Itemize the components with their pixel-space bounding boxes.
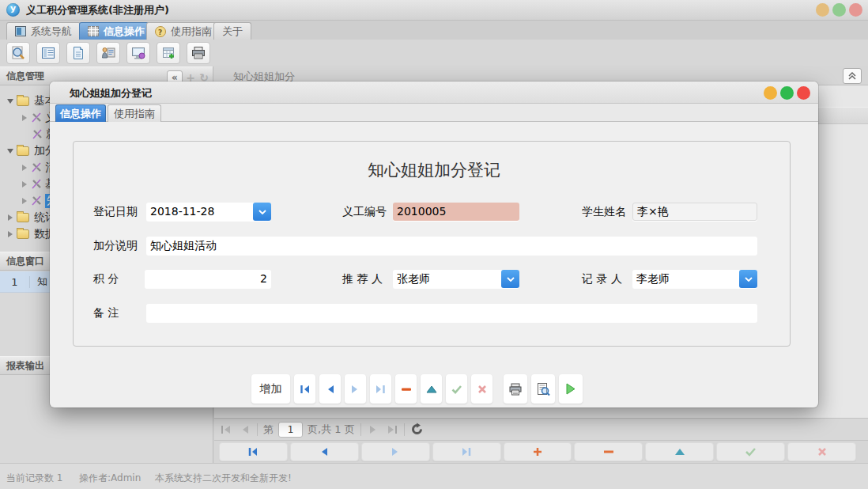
printer-icon bbox=[191, 45, 206, 61]
collapse-all-button[interactable] bbox=[843, 68, 862, 84]
close-button[interactable] bbox=[849, 3, 862, 17]
user-tool-button[interactable] bbox=[96, 42, 120, 64]
execute-button[interactable] bbox=[559, 374, 583, 404]
description-label: 加分说明 bbox=[93, 237, 138, 255]
record-count: 当前记录数 1 bbox=[6, 472, 62, 485]
first-record-icon bbox=[300, 385, 310, 394]
cancel-icon bbox=[477, 385, 487, 394]
tab-about[interactable]: 关于 bbox=[213, 22, 251, 40]
minimize-button[interactable] bbox=[816, 3, 829, 17]
nav-cancel-button[interactable] bbox=[787, 442, 856, 461]
remark-label: 备 注 bbox=[93, 304, 119, 322]
reg-date-input[interactable]: 2018-11-28 bbox=[146, 203, 271, 221]
cancel-record-button[interactable] bbox=[471, 374, 492, 404]
help-icon: ? bbox=[155, 26, 166, 37]
confirm-icon bbox=[451, 385, 462, 394]
document-icon bbox=[70, 45, 86, 61]
dialog-tab-info-operation[interactable]: 信息操作 bbox=[55, 104, 106, 122]
tab-info-operation[interactable]: 信息操作 bbox=[79, 22, 153, 40]
pager-bar: 第 1 页,共 1 页 bbox=[214, 418, 868, 441]
reg-date-label: 登记日期 bbox=[93, 203, 138, 221]
tab-user-guide[interactable]: ? 使用指南 bbox=[146, 22, 221, 40]
student-name-field: 李×艳 bbox=[632, 203, 757, 221]
grid-icon bbox=[88, 26, 99, 36]
edit-record-icon bbox=[426, 385, 437, 393]
edit-record-button[interactable] bbox=[421, 374, 442, 404]
monitor-tool-button[interactable] bbox=[126, 42, 150, 64]
recommender-dropdown-button[interactable] bbox=[501, 270, 519, 288]
print-button[interactable] bbox=[504, 374, 527, 404]
next-record-button[interactable] bbox=[345, 374, 366, 404]
next-record-icon bbox=[391, 447, 400, 457]
main-tab-bar: 系统导航 信息操作 ? 使用指南 关于 bbox=[0, 21, 868, 40]
nav-delete-button[interactable] bbox=[574, 442, 643, 461]
first-record-button[interactable] bbox=[294, 374, 315, 404]
nav-post-button[interactable] bbox=[716, 442, 785, 461]
dialog-title-bar: 知心姐姐加分登记 bbox=[50, 82, 818, 104]
printer-icon bbox=[508, 382, 523, 396]
dialog-toolbar: 增加 bbox=[251, 374, 583, 404]
title-bar: 义工积分管理系统(非注册用户) bbox=[0, 0, 868, 21]
list-tool-button[interactable] bbox=[36, 42, 60, 64]
tab-system-nav[interactable]: 系统导航 bbox=[6, 22, 81, 40]
list-icon bbox=[40, 45, 56, 61]
dialog-minimize-button[interactable] bbox=[764, 86, 777, 100]
printer-tool-button[interactable] bbox=[187, 42, 210, 64]
status-message: 本系统支持二次开发和全新开发! bbox=[155, 472, 292, 485]
dialog-close-button[interactable] bbox=[797, 86, 810, 100]
table-add-icon bbox=[160, 45, 176, 61]
next-page-icon[interactable] bbox=[367, 425, 379, 434]
edit-record-icon bbox=[674, 448, 685, 456]
preview-icon bbox=[536, 382, 550, 396]
page-number-input[interactable]: 1 bbox=[278, 422, 303, 438]
next-record-icon bbox=[351, 385, 360, 394]
last-page-icon[interactable] bbox=[386, 425, 398, 434]
last-record-icon bbox=[376, 385, 386, 394]
add-record-icon bbox=[532, 446, 543, 457]
nav-edit-button[interactable] bbox=[645, 442, 714, 461]
page-prefix: 第 bbox=[263, 423, 274, 437]
dialog-tab-bar: 信息操作 使用指南 bbox=[50, 104, 818, 122]
last-record-button[interactable] bbox=[370, 374, 391, 404]
dialog-title: 知心姐姐加分登记 bbox=[70, 86, 152, 100]
nav-first-button[interactable] bbox=[219, 442, 288, 461]
nav-add-button[interactable] bbox=[504, 442, 572, 461]
add-record-tool-button[interactable] bbox=[157, 42, 180, 64]
dialog-maximize-button[interactable] bbox=[780, 86, 794, 100]
recommender-input[interactable]: 张老师 bbox=[393, 270, 519, 288]
dialog-tab-user-guide[interactable]: 使用指南 bbox=[108, 104, 161, 122]
nav-next-button[interactable] bbox=[361, 442, 430, 461]
first-record-icon bbox=[247, 447, 259, 457]
recorder-dropdown-button[interactable] bbox=[739, 270, 757, 288]
delete-record-icon bbox=[401, 387, 412, 392]
reg-date-dropdown-button[interactable] bbox=[253, 203, 271, 221]
document-tool-button[interactable] bbox=[66, 42, 90, 64]
preview-button[interactable] bbox=[531, 374, 555, 404]
delete-record-button[interactable] bbox=[395, 374, 417, 404]
description-input[interactable]: 知心姐姐活动 bbox=[146, 237, 757, 255]
play-icon bbox=[565, 383, 576, 395]
nav-prev-button[interactable] bbox=[290, 442, 359, 461]
prev-record-icon bbox=[326, 385, 334, 394]
nav-last-button[interactable] bbox=[432, 442, 501, 461]
volunteer-id-input[interactable]: 2010005 bbox=[393, 203, 519, 221]
student-name-label: 学生姓名 bbox=[582, 203, 626, 221]
refresh-page-icon[interactable] bbox=[410, 423, 423, 436]
prev-page-icon[interactable] bbox=[239, 425, 251, 434]
window-title: 义工积分管理系统(非注册用户) bbox=[26, 3, 169, 17]
user-icon bbox=[100, 45, 116, 61]
prev-record-button[interactable] bbox=[319, 374, 341, 404]
first-page-icon[interactable] bbox=[220, 425, 232, 434]
chevron-down-icon bbox=[745, 277, 753, 282]
page-suffix: 页,共 1 页 bbox=[308, 423, 355, 437]
post-record-button[interactable] bbox=[446, 374, 467, 404]
form-title: 知心姐姐加分登记 bbox=[50, 159, 818, 181]
svg-text:?: ? bbox=[158, 28, 162, 36]
recorder-input[interactable]: 李老师 bbox=[632, 270, 757, 288]
points-input[interactable]: 2 bbox=[145, 270, 271, 288]
search-tool-button[interactable] bbox=[6, 42, 30, 64]
remark-input[interactable] bbox=[146, 304, 757, 322]
add-button[interactable]: 增加 bbox=[251, 374, 290, 404]
search-icon bbox=[10, 45, 26, 61]
maximize-button[interactable] bbox=[832, 3, 846, 17]
